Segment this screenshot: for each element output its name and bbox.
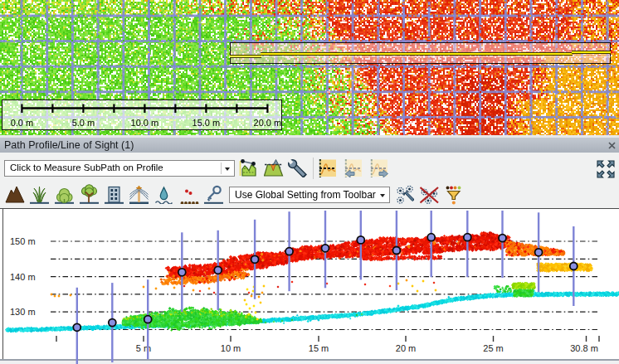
svg-text:20.0 m: 20.0 m — [254, 118, 281, 128]
svg-text:10.0 m: 10.0 m — [131, 118, 159, 128]
svg-text:15.0 m: 15.0 m — [193, 118, 221, 128]
svg-text:0.0 m: 0.0 m — [11, 118, 34, 128]
svg-text:5.0 m: 5.0 m — [72, 118, 95, 128]
